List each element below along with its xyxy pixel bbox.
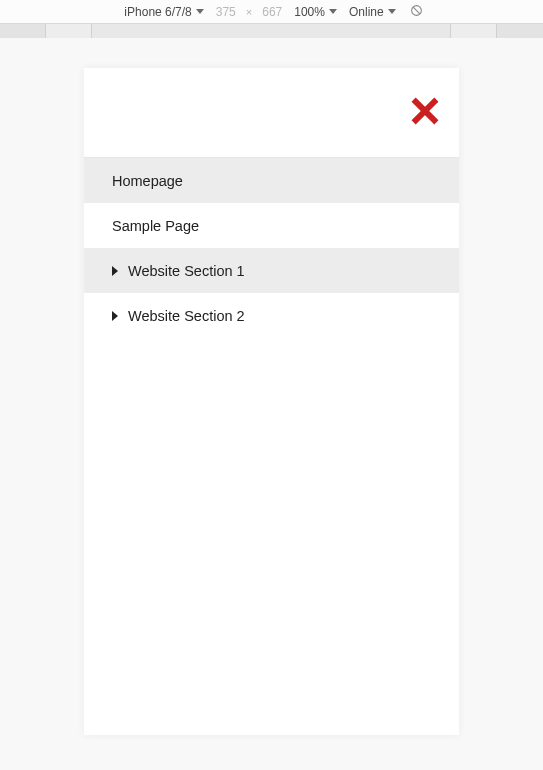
menu-item-label: Website Section 1 — [128, 263, 245, 279]
ruler-segment — [46, 24, 92, 38]
menu-item-website-section-2[interactable]: Website Section 2 — [84, 293, 459, 338]
device-name: iPhone 6/7/8 — [124, 5, 191, 19]
panel-header — [84, 68, 459, 158]
menu-item-sample-page[interactable]: Sample Page — [84, 203, 459, 248]
caret-down-icon — [388, 9, 396, 14]
ruler-segment — [92, 24, 451, 38]
menu-item-homepage[interactable]: Homepage — [84, 158, 459, 203]
network-selector[interactable]: Online — [345, 5, 400, 19]
zoom-value: 100% — [294, 5, 325, 19]
menu-item-label: Homepage — [112, 173, 183, 189]
zoom-selector[interactable]: 100% — [290, 5, 341, 19]
menu-item-website-section-1[interactable]: Website Section 1 — [84, 248, 459, 293]
ruler-segment — [497, 24, 543, 38]
caret-down-icon — [329, 9, 337, 14]
ruler-segment — [0, 24, 46, 38]
ruler-strip — [0, 24, 543, 38]
times-icon: × — [246, 6, 252, 18]
svg-line-1 — [413, 6, 420, 13]
device-selector[interactable]: iPhone 6/7/8 — [120, 5, 207, 19]
viewport-width[interactable]: 375 — [212, 5, 240, 19]
devtools-toolbar: iPhone 6/7/8 375 × 667 100% Online — [0, 0, 543, 24]
network-value: Online — [349, 5, 384, 19]
close-icon — [411, 97, 439, 125]
caret-down-icon — [196, 9, 204, 14]
device-frame: Homepage Sample Page Website Section 1 W… — [84, 68, 459, 735]
stage: Homepage Sample Page Website Section 1 W… — [0, 38, 543, 770]
close-button[interactable] — [411, 97, 439, 129]
menu-item-label: Website Section 2 — [128, 308, 245, 324]
rotate-icon[interactable] — [404, 4, 423, 20]
menu-item-label: Sample Page — [112, 218, 199, 234]
viewport-height[interactable]: 667 — [258, 5, 286, 19]
ruler-segment — [451, 24, 497, 38]
menu-list: Homepage Sample Page Website Section 1 W… — [84, 158, 459, 338]
caret-right-icon — [112, 266, 118, 276]
caret-right-icon — [112, 311, 118, 321]
